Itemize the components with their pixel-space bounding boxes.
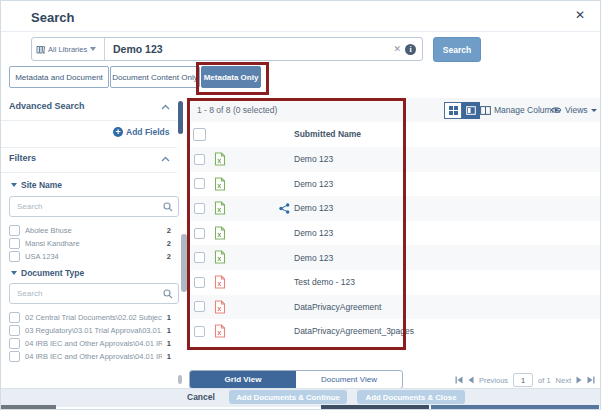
library-selector[interactable]: All Libraries: [32, 38, 105, 60]
manage-columns-button[interactable]: Manage Columns: [480, 105, 561, 115]
cancel-button[interactable]: Cancel: [187, 392, 215, 402]
grid-icon: [449, 106, 458, 115]
info-icon[interactable]: i: [405, 44, 416, 55]
filter-checkbox[interactable]: [9, 325, 20, 336]
next-label[interactable]: Next: [556, 376, 571, 385]
filter-checkbox[interactable]: [9, 312, 20, 323]
filter-list-item[interactable]: Mansi Kandhare 2: [9, 238, 171, 248]
chevron-down-icon: [90, 47, 96, 51]
row-checkbox[interactable]: [194, 178, 205, 189]
filter-count: 1: [167, 313, 171, 322]
excel-file-icon: [214, 177, 226, 191]
close-icon[interactable]: ✕: [575, 8, 585, 22]
filter-label: 04 IRB IEC and Other Approvals\04.01 IRB…: [25, 339, 162, 348]
filter-checkbox[interactable]: [9, 225, 20, 236]
thumbnail-view-button[interactable]: [444, 102, 462, 119]
row-checkbox[interactable]: [194, 154, 205, 165]
filters-heading[interactable]: Filters: [9, 153, 36, 163]
list-view-button[interactable]: [462, 102, 480, 119]
filter-count: 1: [167, 352, 171, 361]
advanced-search-heading[interactable]: Advanced Search: [9, 101, 85, 111]
filter-checkbox[interactable]: [9, 238, 20, 249]
page-number-input[interactable]: 1: [513, 373, 533, 387]
grid-view-button[interactable]: Grid View: [190, 371, 296, 388]
last-page-icon[interactable]: [587, 376, 595, 384]
row-checkbox[interactable]: [194, 203, 205, 214]
row-name: Demo 123: [294, 179, 333, 189]
row-name: Demo 123: [294, 154, 333, 164]
table-row[interactable]: Demo 123: [191, 172, 600, 197]
table-row[interactable]: Test demo - 123: [191, 270, 600, 295]
filter-list-item[interactable]: USA 1234 2: [9, 251, 171, 261]
chevron-up-icon[interactable]: [161, 156, 170, 162]
document-view-button[interactable]: Document View: [296, 371, 402, 388]
table-row[interactable]: Demo 123: [191, 147, 600, 172]
chevron-up-icon[interactable]: [161, 104, 170, 110]
filter-list-item[interactable]: 04 IRB IEC and Other Approvals\04.01 IRB…: [9, 338, 171, 348]
sidebar-scrollbar-end[interactable]: [178, 375, 182, 384]
row-name: Test demo - 123: [294, 277, 355, 287]
search-icon: [163, 202, 173, 212]
library-icon: [36, 45, 45, 54]
chevron-down-icon: [591, 109, 597, 112]
table-row[interactable]: Demo 123: [191, 221, 600, 246]
row-name: Demo 123: [294, 228, 333, 238]
filter-checkbox[interactable]: [9, 338, 20, 349]
row-checkbox[interactable]: [194, 252, 205, 263]
previous-label[interactable]: Previous: [479, 376, 508, 385]
site-name-search-input[interactable]: [15, 201, 163, 212]
add-documents-continue-button[interactable]: Add Documents & Continue: [229, 390, 347, 404]
filter-checkbox[interactable]: [9, 251, 20, 262]
document-type-search-input[interactable]: [15, 288, 163, 299]
view-switcher: Grid View Document View: [189, 370, 403, 389]
results-scrollbar-thumb[interactable]: [178, 101, 183, 134]
row-checkbox[interactable]: [194, 326, 205, 337]
tab-document-content-only[interactable]: Document Content Only: [110, 66, 200, 88]
row-name: Demo 123: [294, 203, 333, 213]
first-page-icon[interactable]: [455, 376, 463, 384]
row-checkbox[interactable]: [194, 301, 205, 312]
pagination: Previous 1 of 1 Next: [455, 373, 595, 387]
tab-metadata-only[interactable]: Metadata Only: [201, 66, 261, 88]
filter-checkbox[interactable]: [9, 351, 20, 362]
column-header-submitted-name: Submitted Name: [294, 129, 361, 139]
background-page-fragment: [431, 405, 599, 409]
filter-list-item[interactable]: 04 IRB IEC and Other Approvals\04.01 IRB…: [9, 351, 171, 361]
row-checkbox[interactable]: [194, 228, 205, 239]
add-fields-button[interactable]: + Add Fields: [113, 127, 169, 137]
background-page-fragment: [1, 405, 56, 409]
library-selector-label: All Libraries: [48, 45, 87, 54]
table-row[interactable]: Demo 123: [191, 196, 600, 221]
page-title: Search: [31, 10, 74, 25]
results-table: Demo 123 Demo 123: [191, 147, 600, 344]
excel-file-icon: [214, 226, 226, 240]
filter-label: 04 IRB IEC and Other Approvals\04.01 IRB…: [25, 352, 162, 361]
table-row[interactable]: Demo 123: [191, 245, 600, 270]
divider: [1, 120, 177, 121]
previous-page-icon[interactable]: [468, 376, 474, 384]
filter-section-document-type[interactable]: Document Type: [11, 268, 84, 278]
table-row[interactable]: DataPrivacyAgreement_3pages: [191, 319, 600, 344]
row-name: Demo 123: [294, 253, 333, 263]
filter-list-item[interactable]: Abolee Bhuse 2: [9, 225, 171, 235]
next-page-icon[interactable]: [576, 376, 582, 384]
clear-search-icon[interactable]: ✕: [389, 44, 405, 54]
tab-metadata-and-document[interactable]: Metadata and Document: [9, 66, 109, 88]
table-row[interactable]: DataPrivacyAgreement: [191, 295, 600, 320]
excel-file-icon: [214, 201, 226, 215]
add-documents-close-button[interactable]: Add Documents & Close: [357, 390, 465, 404]
excel-file-icon: [214, 250, 226, 264]
view-toggle: [444, 102, 480, 119]
search-button[interactable]: Search: [433, 37, 481, 62]
sidebar-scrollbar-thumb[interactable]: [181, 234, 187, 292]
row-checkbox[interactable]: [194, 277, 205, 288]
results-summary: 1 - 8 of 8 (0 selected): [197, 105, 277, 115]
filter-section-site-name[interactable]: Site Name: [11, 180, 62, 190]
select-all-checkbox[interactable]: [193, 128, 206, 141]
search-input[interactable]: Demo 123: [105, 43, 389, 55]
filter-list-item[interactable]: 02 Central Trial Documents\02.02 Subject…: [9, 312, 171, 322]
views-button[interactable]: Views: [550, 105, 597, 115]
triangle-down-icon: [11, 183, 17, 187]
filter-list-item[interactable]: 03 Regulatory\03.01 Trial Approval\03.01…: [9, 325, 171, 335]
card-view-icon: [466, 106, 476, 115]
